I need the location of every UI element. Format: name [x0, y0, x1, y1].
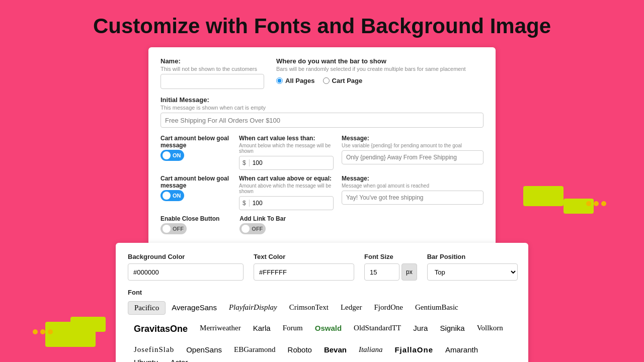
cart-value-above-label: When cart value above or equal:: [239, 175, 334, 182]
font-ubuntu[interactable]: Ubuntu: [128, 356, 164, 362]
font-gravitasone[interactable]: GravitasOne: [128, 322, 194, 336]
font-size-group: Font Size px: [364, 253, 417, 281]
cart-page-radio[interactable]: [323, 77, 330, 84]
font-actor[interactable]: Actor: [164, 356, 194, 362]
above-goal-label: Cart amount below goal message: [160, 175, 231, 189]
message-above-col: Message: Message when goal amount is rea…: [342, 175, 484, 210]
font-bevan[interactable]: Bevan: [318, 343, 353, 356]
font-oswald[interactable]: Oswald: [309, 322, 348, 336]
name-label: Name:: [160, 57, 264, 65]
bar-position-select[interactable]: Top Bottom: [427, 263, 518, 281]
cart-value-less-sublabel: Amount below which the message will be s…: [239, 143, 334, 154]
bg-color-label: Background Color: [128, 253, 244, 260]
name-sublabel: This will not be shown to the customers: [160, 66, 264, 72]
cart-value-above-sublabel: Amount above which the message will be s…: [239, 183, 334, 194]
cart-value-less-label: When cart value less than:: [239, 135, 334, 142]
close-button-col: Enable Close Button OFF: [160, 215, 219, 235]
message-less-label: Message:: [342, 135, 484, 142]
below-goal-toggle[interactable]: ON: [160, 150, 184, 161]
font-jura[interactable]: Jura: [407, 322, 434, 336]
placement-sublabel: Bars will be randomly selected if you cr…: [276, 66, 484, 72]
below-goal-toggle-col: Cart amount below goal message ON: [160, 135, 231, 170]
font-grid: Pacifico AverageSans PlayfairDisplay Cri…: [128, 301, 516, 315]
cart-page-label: Cart Page: [332, 77, 363, 84]
dollar-sign-less: $: [239, 159, 250, 166]
dollar-sign-above: $: [239, 200, 250, 207]
text-color-input[interactable]: [254, 263, 354, 281]
font-size-input-group: px: [364, 263, 417, 281]
settings-row: Background Color Text Color Font Size px…: [128, 253, 516, 281]
font-ebgaramond[interactable]: EBGaramond: [228, 343, 281, 356]
link-toggle-row: OFF: [239, 223, 286, 234]
bg-color-group: Background Color: [128, 253, 244, 281]
top-card: Name: This will not be shown to the cust…: [148, 47, 496, 245]
close-button-toggle[interactable]: OFF: [160, 223, 187, 234]
message-less-input[interactable]: [342, 150, 484, 164]
above-goal-toggle-col: Cart amount below goal message ON: [160, 175, 231, 210]
all-pages-radio[interactable]: [276, 77, 283, 84]
close-button-toggle-row: OFF: [160, 223, 219, 234]
initial-message-sublabel: This message is shown when cart is empty: [160, 105, 484, 111]
name-group: Name: This will not be shown to the cust…: [160, 57, 264, 89]
all-pages-option[interactable]: All Pages: [276, 77, 315, 84]
font-averagesans[interactable]: AverageSans: [166, 301, 223, 315]
cart-value-above-input[interactable]: [250, 200, 280, 207]
cards-container: Name: This will not be shown to the cust…: [0, 47, 644, 362]
font-ledger[interactable]: Ledger: [335, 301, 368, 315]
below-goal-toggle-row: ON: [160, 150, 231, 161]
name-input[interactable]: [160, 74, 264, 89]
font-gentiumbasic[interactable]: GentiumBasic: [409, 301, 464, 315]
bg-color-input[interactable]: [128, 263, 244, 281]
cart-page-option[interactable]: Cart Page: [323, 77, 363, 84]
close-button-toggle-label: OFF: [173, 226, 184, 232]
font-size-input[interactable]: [364, 263, 399, 281]
above-goal-toggle-row: ON: [160, 190, 231, 201]
font-merriweather[interactable]: Merriweather: [194, 322, 247, 336]
below-goal-label: Cart amount below goal message: [160, 135, 231, 149]
placement-label: Where do you want the bar to show: [276, 57, 484, 65]
initial-message-group: Initial Message: This message is shown w…: [160, 96, 484, 128]
cart-value-less-input-group: $: [239, 156, 334, 170]
name-placement-row: Name: This will not be shown to the cust…: [160, 57, 484, 89]
font-karla[interactable]: Karla: [247, 322, 277, 336]
font-fjallaone[interactable]: FjallaOne: [388, 343, 439, 356]
font-grid-3: JosefinSlab OpenSans EBGaramond Roboto B…: [128, 343, 516, 362]
above-goal-row: Cart amount below goal message ON When c…: [160, 175, 484, 210]
above-goal-toggle[interactable]: ON: [160, 190, 184, 201]
font-crimsontext[interactable]: CrimsonText: [283, 301, 335, 315]
font-vollkorn[interactable]: Vollkorn: [471, 322, 509, 336]
font-josefinslab[interactable]: JosefinSlab: [128, 343, 180, 356]
font-oldstandardtt[interactable]: OldStandardTT: [348, 322, 407, 336]
font-italiana[interactable]: Italiana: [353, 343, 389, 356]
below-goal-toggle-label: ON: [173, 152, 181, 158]
font-pacifico[interactable]: Pacifico: [128, 301, 166, 315]
font-roboto[interactable]: Roboto: [282, 343, 318, 356]
bottom-toggles-row: Enable Close Button OFF Add Link To Bar …: [160, 215, 484, 235]
font-grid-2: GravitasOne Merriweather Karla Forum Osw…: [128, 322, 516, 336]
bar-position-group: Bar Position Top Bottom: [427, 253, 518, 281]
message-less-sublabel: Use variable {pending} for pending amoun…: [342, 143, 484, 148]
font-fjordone[interactable]: FjordOne: [368, 301, 409, 315]
font-opensans[interactable]: OpenSans: [180, 343, 228, 356]
message-above-sublabel: Message when goal amount is reached: [342, 183, 484, 189]
cart-value-less-input[interactable]: [250, 159, 280, 166]
above-goal-toggle-label: ON: [173, 193, 181, 199]
initial-message-input[interactable]: [160, 113, 484, 128]
initial-message-label: Initial Message:: [160, 96, 484, 104]
page-title: Customize with Fonts and Background Imag…: [0, 0, 644, 47]
message-less-col: Message: Use variable {pending} for pend…: [342, 135, 484, 170]
link-toggle[interactable]: OFF: [239, 223, 266, 234]
bar-position-label: Bar Position: [427, 253, 518, 260]
link-col: Add Link To Bar OFF: [239, 215, 286, 235]
cart-value-less-col: When cart value less than: Amount below …: [239, 135, 334, 170]
below-goal-row: Cart amount below goal message ON When c…: [160, 135, 484, 170]
message-above-input[interactable]: [342, 191, 484, 205]
font-size-label: Font Size: [364, 253, 417, 260]
placement-radio-group: All Pages Cart Page: [276, 77, 484, 85]
font-signika[interactable]: Signika: [434, 322, 470, 336]
close-button-label: Enable Close Button: [160, 215, 219, 222]
font-forum[interactable]: Forum: [277, 322, 309, 336]
placement-group: Where do you want the bar to show Bars w…: [276, 57, 484, 89]
font-playfairdisplay[interactable]: PlayfairDisplay: [223, 301, 283, 315]
font-amaranth[interactable]: Amaranth: [439, 343, 484, 356]
